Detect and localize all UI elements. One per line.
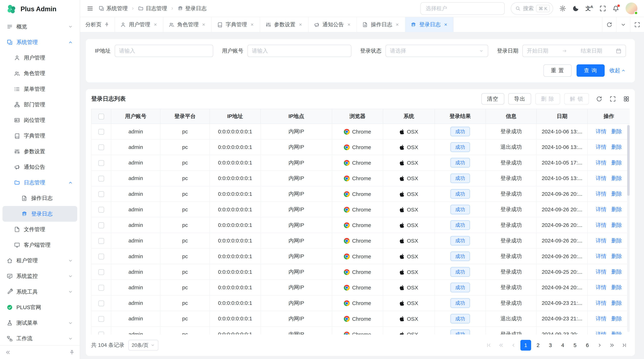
detail-link[interactable]: 详情 <box>596 206 606 212</box>
sidebar-item-13[interactable]: 文件管理 <box>2 222 77 237</box>
page-2-button[interactable]: 2 <box>533 340 544 351</box>
delete-link[interactable]: 删除 <box>611 222 622 228</box>
row-checkbox[interactable] <box>98 160 104 166</box>
row-checkbox[interactable] <box>98 316 104 322</box>
row-checkbox[interactable] <box>98 144 104 150</box>
prev-5-pages-button[interactable] <box>496 340 506 351</box>
global-search[interactable]: 搜索 ⌘ K <box>511 2 553 15</box>
column-header[interactable]: 浏览器 <box>332 109 383 124</box>
column-header[interactable]: IP地址 <box>210 109 261 124</box>
tab-1[interactable]: 用户管理 <box>115 17 163 32</box>
row-checkbox[interactable] <box>98 285 104 291</box>
delete-link[interactable]: 删除 <box>611 206 622 212</box>
reset-button[interactable]: 重 置 <box>544 64 572 77</box>
sidebar-item-3[interactable]: 角色管理 <box>2 66 77 81</box>
login-status-select[interactable]: 请选择 <box>386 45 488 57</box>
search-button[interactable]: 查 询 <box>576 64 605 77</box>
pin-icon[interactable] <box>104 22 109 27</box>
sidebar-item-20[interactable]: 工作流 <box>2 331 77 345</box>
close-tab-icon[interactable] <box>202 22 206 27</box>
column-header[interactable]: 日期 <box>536 109 588 124</box>
user-avatar[interactable] <box>626 2 638 14</box>
next-5-pages-button[interactable] <box>606 340 617 351</box>
detail-link[interactable]: 详情 <box>596 253 606 259</box>
row-checkbox[interactable] <box>98 332 104 335</box>
page-1-button[interactable]: 1 <box>520 340 531 351</box>
column-header[interactable]: 信息 <box>486 109 537 124</box>
sidebar-item-19[interactable]: 测试菜单 <box>2 315 77 331</box>
refresh-page-button[interactable] <box>602 17 616 32</box>
detail-link[interactable]: 详情 <box>596 300 606 306</box>
detail-link[interactable]: 详情 <box>596 316 606 322</box>
sidebar-item-0[interactable]: 概览 <box>2 19 77 34</box>
scrollbar-thumb[interactable] <box>627 125 630 196</box>
close-tab-icon[interactable] <box>250 22 254 27</box>
tab-3[interactable]: 字典管理 <box>212 17 260 32</box>
sidebar-item-12[interactable]: 登录日志 <box>2 206 77 222</box>
page-5-button[interactable]: 5 <box>570 340 580 351</box>
content-fullscreen-button[interactable] <box>630 17 644 32</box>
delete-link[interactable]: 删除 <box>611 160 622 166</box>
delete-link[interactable]: 删除 <box>611 269 622 275</box>
menu-toggle-button[interactable] <box>86 5 94 12</box>
sidebar-item-9[interactable]: 通知公告 <box>2 159 77 175</box>
first-page-button[interactable] <box>483 340 494 351</box>
detail-link[interactable]: 详情 <box>596 284 606 290</box>
detail-link[interactable]: 详情 <box>596 222 606 228</box>
column-header[interactable]: 系统 <box>383 109 435 124</box>
column-header[interactable]: 登录结果 <box>435 109 486 124</box>
close-tab-icon[interactable] <box>395 22 400 27</box>
collapse-sidebar-button[interactable] <box>5 350 11 355</box>
detail-link[interactable]: 详情 <box>596 160 606 166</box>
sidebar-item-7[interactable]: 字典管理 <box>2 128 77 144</box>
sidebar-item-11[interactable]: 操作日志 <box>2 190 77 206</box>
clear-button[interactable]: 清空 <box>482 93 504 105</box>
detail-link[interactable]: 详情 <box>596 238 606 244</box>
row-checkbox[interactable] <box>98 176 104 181</box>
column-header[interactable]: IP地点 <box>261 109 332 124</box>
detail-link[interactable]: 详情 <box>596 144 606 150</box>
select-all-checkbox[interactable] <box>98 114 104 119</box>
tab-2[interactable]: 角色管理 <box>163 17 212 32</box>
delete-link[interactable]: 删除 <box>611 144 622 150</box>
export-button[interactable]: 导出 <box>508 93 531 105</box>
row-checkbox[interactable] <box>98 207 104 213</box>
prev-page-button[interactable] <box>508 340 519 351</box>
sidebar-item-14[interactable]: 客户端管理 <box>2 237 77 253</box>
sidebar-item-2[interactable]: 用户管理 <box>2 50 77 66</box>
breadcrumb-item-0[interactable]: 系统管理 <box>98 5 128 12</box>
close-tab-icon[interactable] <box>347 22 351 27</box>
login-date-range[interactable]: 开始日期 结束日期 <box>522 45 626 57</box>
tenant-select[interactable]: 选择租户 <box>420 2 505 15</box>
close-tab-icon[interactable] <box>153 22 158 27</box>
detail-link[interactable]: 详情 <box>596 269 606 275</box>
page-4-button[interactable]: 4 <box>558 340 568 351</box>
detail-link[interactable]: 详情 <box>596 128 606 134</box>
fullscreen-button[interactable] <box>599 5 606 12</box>
tab-7[interactable]: 登录日志 <box>405 17 454 32</box>
delete-link[interactable]: 删除 <box>611 284 622 290</box>
refresh-table-button[interactable] <box>596 96 602 102</box>
breadcrumb-item-2[interactable]: 登录日志 <box>178 5 206 12</box>
account-input[interactable]: 请输入 <box>248 45 351 57</box>
tab-0[interactable]: 分析页 <box>80 17 115 32</box>
language-button[interactable]: 文A <box>586 5 593 12</box>
column-header[interactable]: 操作 <box>588 109 630 124</box>
row-checkbox[interactable] <box>98 254 104 259</box>
delete-link[interactable]: 删除 <box>611 191 622 197</box>
delete-link[interactable]: 删除 <box>611 238 622 244</box>
sidebar-item-18[interactable]: PLUS官网 <box>2 300 77 315</box>
delete-link[interactable]: 删除 <box>611 128 622 134</box>
detail-link[interactable]: 详情 <box>596 331 606 335</box>
sidebar-item-16[interactable]: 系统监控 <box>2 268 77 284</box>
delete-link[interactable]: 删除 <box>611 175 622 181</box>
sidebar-item-17[interactable]: 系统工具 <box>2 284 77 300</box>
page-3-button[interactable]: 3 <box>545 340 556 351</box>
delete-button[interactable]: 删 除 <box>535 93 560 105</box>
pin-sidebar-button[interactable] <box>69 350 75 355</box>
ip-input[interactable]: 请输入 <box>115 45 213 57</box>
column-header[interactable]: 用户账号 <box>111 109 160 124</box>
unlock-button[interactable]: 解 锁 <box>564 93 589 105</box>
last-page-button[interactable] <box>619 340 630 351</box>
close-tab-icon[interactable] <box>298 22 303 27</box>
